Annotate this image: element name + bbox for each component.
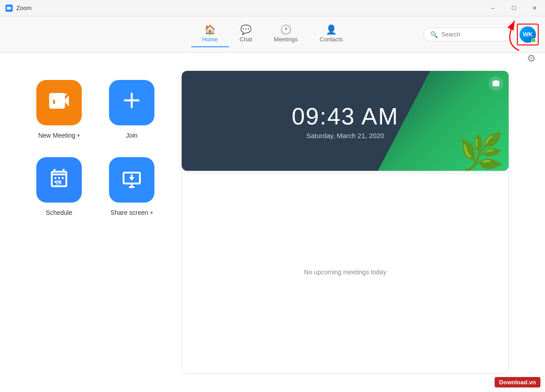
watermark: Download.vn	[495, 377, 540, 387]
no-meetings-message: No upcoming meetings today	[304, 268, 386, 276]
tab-contacts[interactable]: 👤 Contacts	[309, 21, 354, 47]
new-meeting-action: New Meeting ▾	[36, 80, 82, 139]
camera-button[interactable]	[489, 76, 503, 91]
close-button[interactable]: ✕	[524, 0, 545, 16]
plant-decoration: 🌿	[459, 134, 504, 171]
maximize-button[interactable]: ☐	[503, 0, 524, 16]
tab-chat[interactable]: 💬 Chat	[229, 21, 263, 47]
avatar-wrapper: WK	[520, 26, 536, 43]
app-icon	[5, 5, 13, 12]
schedule-action: 19 Schedule	[36, 157, 82, 216]
search-input[interactable]	[441, 31, 507, 38]
content-area: New Meeting ▾ Join	[0, 53, 545, 392]
settings-icon[interactable]: ⚙	[527, 53, 536, 64]
minimize-button[interactable]: –	[482, 0, 503, 16]
schedule-label: Schedule	[46, 209, 72, 216]
share-icon	[121, 167, 143, 193]
new-meeting-label: New Meeting ▾	[38, 132, 80, 139]
avatar-initials: WK	[523, 31, 533, 38]
tab-meetings[interactable]: 🕐 Meetings	[263, 21, 309, 47]
svg-text:19: 19	[55, 179, 62, 186]
new-meeting-button[interactable]	[36, 80, 82, 125]
window-controls: – ☐ ✕	[482, 0, 545, 16]
app-container: 🏠 Home 💬 Chat 🕐 Meetings 👤 Contacts 🔍	[0, 16, 545, 392]
nav-right: 🔍 WK	[423, 26, 536, 43]
clock-date: Saturday, March 21, 2020	[306, 132, 384, 139]
share-screen-button[interactable]	[109, 157, 154, 203]
meetings-icon: 🕐	[280, 25, 292, 34]
calendar-icon: 19	[48, 167, 70, 193]
nav-bar: 🏠 Home 💬 Chat 🕐 Meetings 👤 Contacts 🔍	[0, 16, 545, 53]
actions-grid: New Meeting ▾ Join	[36, 71, 154, 374]
online-status-indicator	[531, 38, 536, 43]
tab-meetings-label: Meetings	[274, 36, 298, 43]
join-action: Join	[109, 80, 154, 139]
right-panel: 🌿 09:43 AM Saturday, March 21, 2020 No u…	[182, 71, 509, 374]
app-title: Zoom	[16, 5, 31, 11]
plus-icon	[120, 89, 144, 117]
join-button[interactable]	[109, 80, 154, 125]
title-bar: Zoom – ☐ ✕	[0, 0, 545, 16]
share-screen-label: Share screen ▾	[110, 209, 153, 216]
video-slash-icon	[47, 89, 71, 117]
share-screen-action: Share screen ▾	[109, 157, 154, 216]
search-icon: 🔍	[430, 31, 438, 38]
search-box[interactable]: 🔍	[423, 28, 514, 41]
new-meeting-chevron: ▾	[77, 133, 80, 139]
home-icon: 🏠	[204, 25, 216, 34]
schedule-button[interactable]: 19	[36, 157, 82, 203]
tab-home[interactable]: 🏠 Home	[191, 21, 229, 47]
clock-card: 🌿 09:43 AM Saturday, March 21, 2020	[182, 71, 509, 171]
chat-icon: 💬	[240, 25, 252, 34]
settings-gear-container: ⚙	[527, 53, 536, 65]
tab-chat-label: Chat	[240, 36, 252, 43]
join-label: Join	[126, 132, 138, 139]
share-screen-chevron: ▾	[150, 210, 153, 216]
user-avatar[interactable]: WK	[520, 26, 536, 43]
tab-contacts-label: Contacts	[320, 36, 343, 43]
contacts-icon: 👤	[326, 25, 337, 34]
clock-time: 09:43 AM	[292, 103, 399, 130]
meetings-panel: No upcoming meetings today	[182, 171, 509, 374]
tab-home-label: Home	[202, 36, 218, 43]
